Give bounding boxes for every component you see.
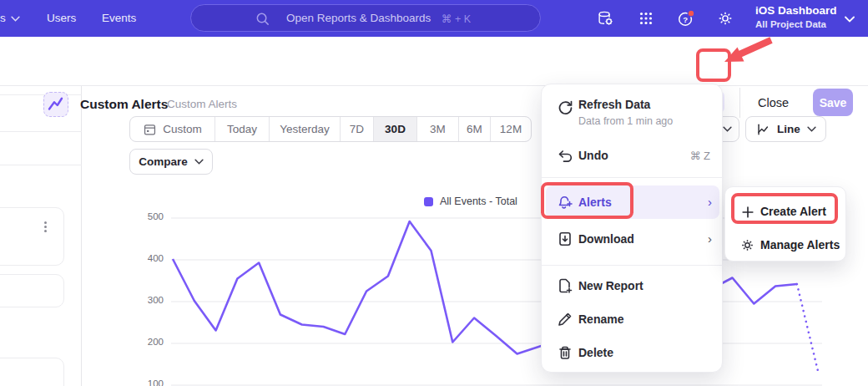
plus-icon xyxy=(740,205,755,220)
refresh-icon xyxy=(557,99,573,116)
line-chart-icon xyxy=(44,93,67,115)
range-label: Custom xyxy=(163,123,202,135)
more-options-menu: Refresh Data Data from 1 min ago Undo ⌘ … xyxy=(541,84,723,373)
new-report-icon xyxy=(557,277,573,294)
menu-item-label: Undo xyxy=(578,149,608,162)
submenu-chevron: › xyxy=(708,231,712,246)
sidebar-divider xyxy=(0,165,82,165)
sidebar-divider xyxy=(0,94,82,95)
apps-grid-icon[interactable] xyxy=(637,9,655,28)
menu-item-label: Rename xyxy=(578,312,623,326)
chart-legend[interactable]: All Events - Total xyxy=(424,196,517,207)
menu-item-delete[interactable]: Delete xyxy=(542,337,724,368)
sidebar-card[interactable] xyxy=(0,358,64,386)
breadcrumb: Custom Alerts xyxy=(167,98,237,110)
gear-icon[interactable] xyxy=(716,9,734,28)
gear-icon xyxy=(739,237,755,253)
y-axis-tick: 100 xyxy=(134,378,164,386)
menu-item-download[interactable]: Download › xyxy=(542,222,724,256)
y-axis-tick: 500 xyxy=(134,211,164,221)
nav-item-partial[interactable]: s xyxy=(0,12,6,24)
svg-text:?: ? xyxy=(683,15,688,24)
submenu-item-label: Manage Alerts xyxy=(760,238,840,251)
range-label: 30D xyxy=(385,123,406,135)
page-title: Custom Alerts xyxy=(80,97,168,112)
range-custom[interactable]: Custom xyxy=(130,117,215,141)
trash-icon xyxy=(557,344,573,361)
undo-icon xyxy=(557,147,573,164)
menu-item-label: Alerts xyxy=(578,196,612,209)
left-sidebar xyxy=(0,86,82,386)
search-icon xyxy=(255,11,270,27)
kebab-menu-icon[interactable] xyxy=(44,220,47,234)
nav-partial-label: s xyxy=(0,12,6,24)
alerts-submenu: Create Alert Manage Alerts xyxy=(724,186,846,262)
menu-item-alerts[interactable]: Alerts › xyxy=(542,185,724,219)
legend-label: All Events - Total xyxy=(440,196,517,207)
submenu-item-create-alert[interactable]: Create Alert xyxy=(725,197,847,227)
header-divider xyxy=(739,88,740,118)
notification-dot xyxy=(688,10,694,17)
chart-type-label: Line xyxy=(777,123,800,135)
submenu-item-label: Create Alert xyxy=(760,205,826,218)
sidebar-divider xyxy=(0,131,82,132)
range-label: Today xyxy=(227,123,257,135)
chart-type-button[interactable]: Line xyxy=(745,116,826,142)
range-today[interactable]: Today xyxy=(215,117,270,141)
menu-item-label: Delete xyxy=(578,346,613,359)
report-type-icon xyxy=(43,92,68,117)
legend-swatch xyxy=(424,197,433,206)
menu-item-rename[interactable]: Rename xyxy=(542,303,724,335)
menu-divider xyxy=(542,265,724,266)
save-button[interactable]: Save xyxy=(813,89,853,116)
compare-button[interactable]: Compare xyxy=(129,149,213,175)
alert-bell-icon xyxy=(557,194,573,211)
range-label: 3M xyxy=(430,123,446,135)
range-label: Yesterday xyxy=(280,123,330,135)
range-label: 6M xyxy=(467,123,482,135)
chevron-down-icon xyxy=(11,16,20,22)
line-chart-icon xyxy=(755,122,770,137)
search-input[interactable]: Open Reports & Dashboards ⌘ + K xyxy=(190,4,541,32)
top-nav: s Users Events Open Reports & Dashboards… xyxy=(0,0,868,37)
menu-item-refresh-data[interactable]: Refresh Data Data from 1 min ago xyxy=(542,91,724,135)
range-label: 12M xyxy=(500,123,522,135)
sidebar-card[interactable] xyxy=(0,207,64,266)
nav-item-users[interactable]: Users xyxy=(47,12,76,24)
menu-divider xyxy=(542,177,724,178)
download-icon xyxy=(557,231,573,247)
project-switcher[interactable]: iOS Dashboard All Project Data xyxy=(751,0,860,37)
pencil-icon xyxy=(557,311,573,328)
range-yesterday[interactable]: Yesterday xyxy=(270,117,341,141)
menu-item-undo[interactable]: Undo ⌘ Z xyxy=(542,140,724,171)
menu-item-label: New Report xyxy=(578,279,643,292)
y-axis-tick: 200 xyxy=(134,337,164,347)
search-shortcut: ⌘ + K xyxy=(442,13,471,25)
chevron-down-icon xyxy=(807,126,816,132)
compare-label: Compare xyxy=(139,155,188,168)
range-3m[interactable]: 3M xyxy=(417,117,459,141)
sidebar-card[interactable] xyxy=(0,274,64,307)
data-management-icon[interactable] xyxy=(596,9,614,28)
app-root: s Users Events Open Reports & Dashboards… xyxy=(0,0,868,386)
range-7d[interactable]: 7D xyxy=(341,117,374,141)
menu-item-shortcut: ⌘ Z xyxy=(689,150,710,162)
y-axis-tick: 400 xyxy=(134,253,164,263)
help-icon[interactable]: ? xyxy=(677,9,695,28)
menu-item-new-report[interactable]: New Report xyxy=(542,270,724,302)
range-30d-selected[interactable]: 30D xyxy=(374,117,417,141)
search-placeholder: Open Reports & Dashboards xyxy=(286,12,431,24)
close-button[interactable]: Close xyxy=(758,96,789,109)
chevron-down-icon xyxy=(845,16,855,23)
project-scope: All Project Data xyxy=(755,19,826,29)
date-range-selector: Custom Today Yesterday 7D 30D 3M 6M 12M xyxy=(129,116,532,142)
range-6m[interactable]: 6M xyxy=(459,117,491,141)
menu-item-label: Refresh Data xyxy=(578,98,650,111)
nav-item-events[interactable]: Events xyxy=(102,12,136,24)
range-label: 7D xyxy=(350,123,364,135)
calendar-icon xyxy=(143,122,157,136)
submenu-item-manage-alerts[interactable]: Manage Alerts xyxy=(725,231,847,261)
menu-item-label: Download xyxy=(578,232,634,246)
chevron-down-icon xyxy=(723,126,732,132)
range-12m[interactable]: 12M xyxy=(491,117,531,141)
